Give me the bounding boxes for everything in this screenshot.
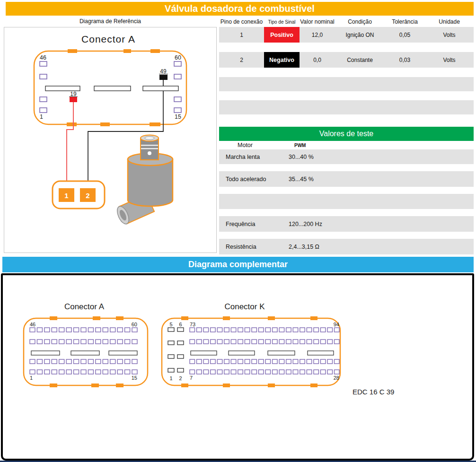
col-header-pino: Pino de conexão: [219, 18, 264, 25]
reference-diagram-heading: Diagrama de Referência: [4, 18, 217, 25]
empty-row: [219, 100, 474, 114]
cell-unidade: Volts: [425, 52, 474, 68]
signal-positive-badge: Positivo: [264, 27, 300, 43]
test-value: 2,4...3,15 Ω: [289, 244, 319, 250]
test-label: Resistência: [219, 244, 282, 250]
col-header-tolerancia: Tolerância: [385, 18, 425, 25]
cell-pino: 1: [219, 27, 264, 43]
empty-row: [219, 194, 474, 209]
test-label: Marcha lenta: [219, 154, 282, 160]
cell-pino: 2: [219, 52, 264, 68]
col-header-valor: Valor nominal: [300, 18, 335, 25]
test-values-header: Valores de teste: [219, 127, 474, 141]
empty-row: [219, 77, 474, 91]
test-value: 120...200 Hz: [289, 221, 322, 227]
test-label: Frequência: [219, 221, 282, 227]
complementary-panel: [1, 273, 474, 461]
test-row-idle: Marcha lenta 30...40 %: [219, 149, 474, 164]
pin-table-header-row: Pino de conexão Tipo de Sinal Valor nomi…: [219, 18, 474, 26]
motor-column-label: Motor: [219, 142, 271, 148]
cell-valor: 0,0: [300, 52, 335, 68]
pwm-column-label: PWM: [294, 143, 306, 148]
test-row-frequency: Frequência 120...200 Hz: [219, 216, 474, 232]
cell-tolerancia: 0,03: [385, 52, 425, 68]
table-row-pin1: 1 Positivo 12,0 Ignição ON 0,05 Volts: [219, 27, 474, 43]
cell-condicao: Ignição ON: [335, 27, 385, 43]
cell-valor: 12,0: [300, 27, 335, 43]
cell-condicao: Constante: [335, 52, 385, 68]
page: Válvula dosadora de combustível Diagrama…: [0, 0, 476, 462]
test-value: 35...45 %: [289, 176, 314, 183]
test-row-resistance: Resistência 2,4...3,15 Ω: [219, 239, 474, 254]
test-label: Todo acelerado: [219, 176, 282, 183]
cell-unidade: Volts: [425, 27, 474, 43]
col-header-condicao: Condição: [335, 18, 385, 25]
test-values-subheader: Motor PWM: [219, 141, 474, 149]
cell-tolerancia: 0,05: [385, 27, 425, 43]
test-value: 30...40 %: [289, 154, 314, 160]
col-header-unidade: Unidade: [425, 18, 474, 25]
page-title: Válvula dosadora de combustível: [165, 3, 315, 14]
table-row-pin2: 2 Negativo 0,0 Constante 0,03 Volts: [219, 52, 474, 68]
page-title-bar: Válvula dosadora de combustível: [6, 2, 474, 16]
complementary-header: Diagrama complementar: [2, 257, 474, 272]
col-header-tipo: Tipo de Sinal: [264, 19, 300, 25]
signal-negative-badge: Negativo: [264, 52, 300, 68]
reference-diagram-panel: [4, 27, 217, 253]
test-row-full-throttle: Todo acelerado 35...45 %: [219, 171, 474, 187]
